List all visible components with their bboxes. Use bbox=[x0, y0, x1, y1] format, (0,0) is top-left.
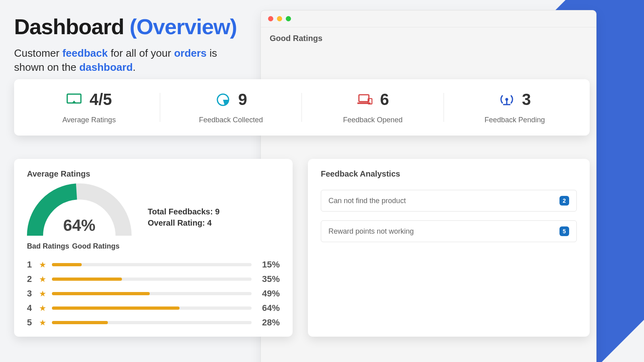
window-controls bbox=[261, 10, 596, 27]
ratings-gauge: 64% bbox=[27, 183, 132, 240]
stat-value: 9 bbox=[238, 90, 247, 109]
svg-rect-3 bbox=[359, 95, 369, 101]
circle-progress-icon bbox=[215, 93, 231, 107]
broadcast-icon bbox=[499, 93, 515, 107]
stat-value: 4/5 bbox=[89, 90, 112, 109]
page-title-plain: Dashboard bbox=[14, 14, 130, 39]
good-ratings-label: Good Ratings bbox=[72, 242, 120, 251]
svg-marker-1 bbox=[72, 101, 76, 103]
card-title: Average Ratings bbox=[27, 169, 280, 179]
rating-number: 1 bbox=[27, 259, 33, 270]
rating-track bbox=[52, 321, 252, 324]
analytics-item[interactable]: Reward points not working5 bbox=[321, 220, 577, 242]
stats-card: 4/5 Average Ratings 9 Feedback Collected… bbox=[14, 79, 590, 136]
ratings-totals: Total Feedbacks: 9 Overall Rating: 4 bbox=[148, 206, 220, 228]
laptop-icon bbox=[357, 93, 373, 107]
svg-point-6 bbox=[505, 98, 508, 101]
stat-value: 3 bbox=[522, 90, 531, 109]
average-ratings-card: Average Ratings 64% Bad Ratings Good Rat… bbox=[14, 159, 293, 337]
rating-percent: 64% bbox=[257, 303, 280, 313]
card-title: Feedback Analystics bbox=[321, 169, 577, 179]
analytics-list: Can not find the product2Reward points n… bbox=[321, 190, 577, 242]
rating-fill bbox=[52, 306, 180, 310]
rating-bar-row: 4★64% bbox=[27, 303, 280, 313]
count-badge: 2 bbox=[559, 196, 569, 206]
rating-percent: 49% bbox=[257, 288, 280, 299]
rating-fill bbox=[52, 321, 108, 324]
rating-percent: 28% bbox=[257, 317, 280, 328]
rating-fill bbox=[52, 292, 150, 295]
overall-rating: Overall Rating: 4 bbox=[148, 217, 220, 228]
rating-fill bbox=[52, 263, 82, 266]
rating-track bbox=[52, 306, 252, 310]
rating-track bbox=[52, 263, 252, 266]
page-subtitle: Customer feedback for all of your orders… bbox=[14, 46, 248, 74]
rating-number: 5 bbox=[27, 317, 33, 328]
maximize-icon[interactable] bbox=[286, 16, 291, 21]
rating-percent: 15% bbox=[257, 259, 280, 270]
rating-bar-row: 1★15% bbox=[27, 259, 280, 270]
rating-bar-row: 5★28% bbox=[27, 317, 280, 328]
gauge-percent: 64% bbox=[27, 216, 132, 234]
close-icon[interactable] bbox=[268, 16, 273, 21]
stat-label: Feedback Opened bbox=[302, 116, 444, 124]
star-icon: ★ bbox=[39, 318, 46, 327]
rating-fill bbox=[52, 278, 122, 281]
analytics-item[interactable]: Can not find the product2 bbox=[321, 190, 577, 212]
rating-track bbox=[52, 278, 252, 281]
stat-feedback-opened: 6 Feedback Opened bbox=[302, 90, 444, 124]
stat-label: Feedback Collected bbox=[160, 116, 302, 124]
ratings-bars: 1★15%2★35%3★49%4★64%5★28% bbox=[27, 259, 280, 328]
stat-average-ratings: 4/5 Average Ratings bbox=[18, 90, 160, 124]
star-icon: ★ bbox=[39, 274, 46, 284]
count-badge: 5 bbox=[559, 226, 569, 236]
rating-track bbox=[52, 292, 252, 295]
stat-label: Average Ratings bbox=[18, 116, 160, 124]
page-title-accent: (Overview) bbox=[130, 14, 237, 39]
stat-feedback-pending: 3 Feedback Pending bbox=[444, 90, 586, 124]
rating-number: 3 bbox=[27, 288, 33, 299]
stat-feedback-collected: 9 Feedback Collected bbox=[160, 90, 302, 124]
analytics-item-text: Can not find the product bbox=[328, 197, 406, 205]
monitor-icon bbox=[66, 93, 82, 107]
feedback-analytics-card: Feedback Analystics Can not find the pro… bbox=[308, 159, 590, 337]
page-title: Dashboard (Overview) bbox=[14, 14, 248, 39]
total-feedbacks: Total Feedbacks: 9 bbox=[148, 206, 220, 217]
analytics-item-text: Reward points not working bbox=[328, 227, 414, 236]
bad-ratings-label: Bad Ratings bbox=[27, 242, 69, 251]
rating-number: 2 bbox=[27, 274, 33, 284]
minimize-icon[interactable] bbox=[277, 16, 282, 21]
star-icon: ★ bbox=[39, 303, 46, 313]
window-title: Good Ratings bbox=[261, 27, 596, 49]
rating-bar-row: 3★49% bbox=[27, 288, 280, 299]
rating-bar-row: 2★35% bbox=[27, 274, 280, 284]
rating-number: 4 bbox=[27, 303, 33, 313]
rating-percent: 35% bbox=[257, 274, 280, 284]
stat-value: 6 bbox=[380, 90, 389, 109]
star-icon: ★ bbox=[39, 260, 46, 269]
page-header: Dashboard (Overview) Customer feedback f… bbox=[14, 14, 248, 74]
star-icon: ★ bbox=[39, 289, 46, 298]
stat-label: Feedback Pending bbox=[444, 116, 586, 124]
